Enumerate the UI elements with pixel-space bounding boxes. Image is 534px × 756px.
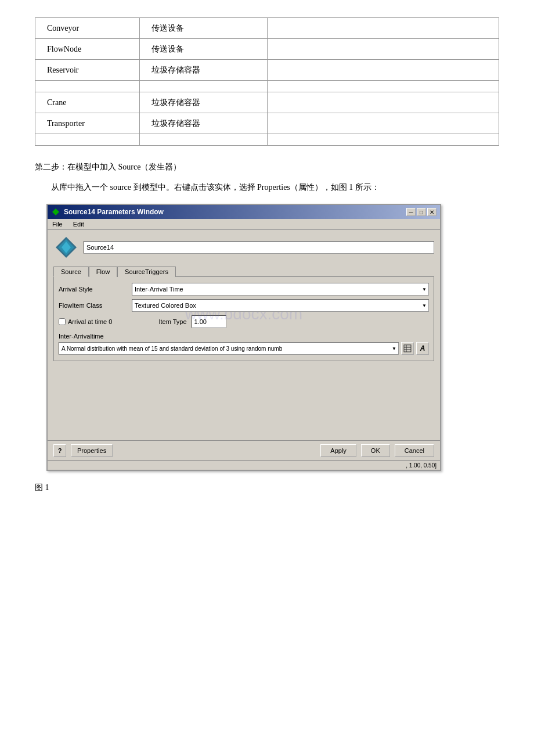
table-cell: 垃圾存储容器 bbox=[140, 60, 268, 81]
table-cell bbox=[268, 81, 499, 92]
table-cell bbox=[268, 18, 499, 39]
table-cell bbox=[268, 113, 499, 134]
minimize-button[interactable]: ─ bbox=[406, 208, 416, 216]
flowitem-class-select[interactable]: Textured Colored Box bbox=[132, 299, 429, 312]
figure-label: 图 1 bbox=[35, 483, 499, 493]
dialog-footer: ? Properties Apply OK Cancel bbox=[48, 440, 440, 460]
table-cell bbox=[268, 134, 499, 146]
table-cell bbox=[35, 134, 140, 146]
cancel-button[interactable]: Cancel bbox=[395, 444, 434, 457]
arrival-at-time0-checkbox-item: Arrival at time 0 bbox=[59, 318, 112, 325]
item-type-row: Item Type bbox=[158, 315, 226, 328]
table-cell bbox=[268, 92, 499, 113]
dialog-menubar: File Edit bbox=[48, 219, 440, 230]
dialog-body: www.bdocx.com Source Flow SourceTriggers… bbox=[48, 230, 440, 440]
table-cell: Reservoir bbox=[35, 60, 140, 81]
close-button[interactable]: ✕ bbox=[427, 208, 436, 216]
inter-arrival-section-label: Inter-Arrivaltime bbox=[59, 333, 429, 340]
distribution-select-wrapper: A Normal distribution with mean of 15 an… bbox=[59, 342, 399, 355]
item-type-label: Item Type bbox=[158, 318, 186, 325]
table-cell: 传送设备 bbox=[140, 18, 268, 39]
distribution-select[interactable]: A Normal distribution with mean of 15 an… bbox=[59, 342, 399, 355]
menu-edit[interactable]: Edit bbox=[71, 220, 86, 228]
checkbox-item-type-row: Arrival at time 0 Item Type bbox=[59, 315, 429, 328]
table-cell bbox=[35, 81, 140, 92]
arrival-style-label: Arrival Style bbox=[59, 286, 128, 293]
ok-button[interactable]: OK bbox=[361, 444, 390, 457]
table-cell bbox=[268, 60, 499, 81]
dialog-title-icon bbox=[51, 207, 60, 217]
table-cell: Conveyor bbox=[35, 18, 140, 39]
arrival-time0-checkbox[interactable] bbox=[59, 318, 66, 325]
help-button[interactable]: ? bbox=[53, 444, 66, 457]
menu-file[interactable]: File bbox=[50, 220, 65, 228]
tab-sourcetriggers[interactable]: SourceTriggers bbox=[117, 267, 176, 277]
table-cell bbox=[268, 39, 499, 60]
flowitem-class-select-wrapper: Textured Colored Box bbox=[132, 299, 429, 312]
step2-title: 第二步：在模型中加入 Source（发生器） bbox=[35, 160, 499, 174]
apply-button[interactable]: Apply bbox=[320, 444, 356, 457]
statusbar-text: , 1.00, 0.50] bbox=[406, 462, 436, 469]
titlebar-buttons: ─ □ ✕ bbox=[406, 208, 436, 216]
svg-marker-0 bbox=[52, 208, 59, 215]
arrival-style-select-wrapper: Inter-Arrival Time bbox=[132, 283, 429, 296]
dialog-titlebar: Source14 Parameters Window ─ □ ✕ bbox=[48, 205, 440, 219]
dialog-window: Source14 Parameters Window ─ □ ✕ File Ed… bbox=[46, 204, 441, 471]
table-cell bbox=[140, 134, 268, 146]
source-name-input[interactable] bbox=[84, 241, 434, 254]
dialog-statusbar: , 1.00, 0.50] bbox=[48, 460, 440, 470]
reference-table: Conveyor传送设备FlowNode传送设备Reservoir垃圾存储容器C… bbox=[35, 17, 499, 146]
arrival-style-select[interactable]: Inter-Arrival Time bbox=[132, 283, 429, 296]
table-cell bbox=[140, 81, 268, 92]
restore-button[interactable]: □ bbox=[417, 208, 426, 216]
distribution-edit-button[interactable] bbox=[401, 342, 414, 355]
properties-button[interactable]: Properties bbox=[71, 444, 113, 457]
table-cell: Crane bbox=[35, 92, 140, 113]
table-cell: 垃圾存储容器 bbox=[140, 113, 268, 134]
item-type-input[interactable] bbox=[192, 315, 226, 328]
tab-panel-source: Arrival Style Inter-Arrival Time FlowIte… bbox=[53, 276, 434, 361]
tab-flow[interactable]: Flow bbox=[89, 267, 117, 277]
icon-name-row bbox=[53, 235, 434, 260]
svg-rect-4 bbox=[404, 345, 411, 352]
dialog-spacer bbox=[53, 366, 434, 435]
formula-label: A bbox=[420, 344, 425, 352]
flowitem-class-label: FlowItem Class bbox=[59, 302, 128, 309]
dialog-title-text: Source14 Parameters Window bbox=[64, 208, 164, 216]
table-cell: FlowNode bbox=[35, 39, 140, 60]
table-cell: 传送设备 bbox=[140, 39, 268, 60]
tab-source[interactable]: Source bbox=[53, 267, 89, 277]
distribution-formula-button[interactable]: A bbox=[416, 342, 429, 355]
table-cell: Transporter bbox=[35, 113, 140, 134]
distribution-row: A Normal distribution with mean of 15 an… bbox=[59, 342, 429, 355]
flowitem-class-row: FlowItem Class Textured Colored Box bbox=[59, 299, 429, 312]
arrival-style-row: Arrival Style Inter-Arrival Time bbox=[59, 283, 429, 296]
table-cell: 垃圾存储容器 bbox=[140, 92, 268, 113]
table-icon bbox=[403, 344, 412, 352]
tabs-row: Source Flow SourceTriggers bbox=[53, 266, 434, 276]
step2-para: 从库中拖入一个 source 到模型中。右键点击该实体，选择 Propertie… bbox=[35, 180, 499, 195]
source-icon bbox=[53, 235, 79, 260]
arrival-time0-label: Arrival at time 0 bbox=[68, 318, 112, 325]
